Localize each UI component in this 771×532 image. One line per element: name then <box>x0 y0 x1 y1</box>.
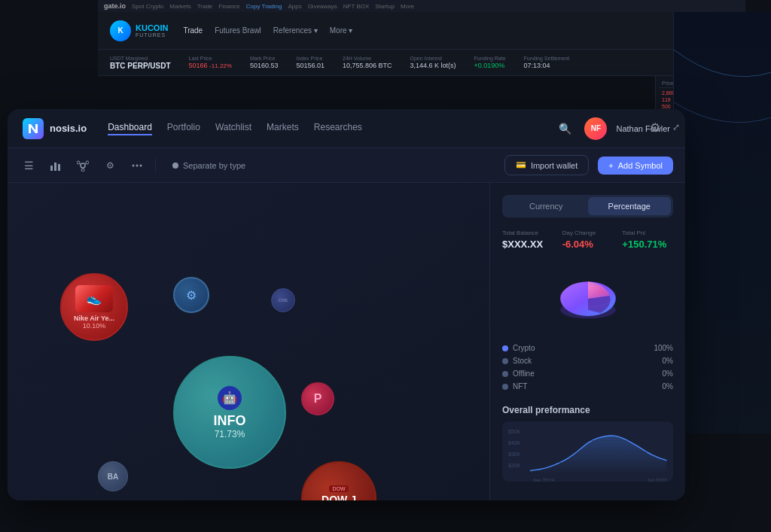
bubble-pfp[interactable]: P <box>301 382 334 415</box>
kucoin-nav-references: References ▾ <box>273 26 318 35</box>
svg-line-17 <box>80 163 81 164</box>
offline-dot <box>502 371 508 377</box>
kucoin-margin-type: USDT Margined BTC PERP/USDT <box>110 56 171 70</box>
menu-icon: ☰ <box>24 160 34 172</box>
nosis-brand: nosis.io <box>23 118 87 139</box>
kucoin-logo-icon: K <box>110 20 131 41</box>
svg-point-20 <box>133 164 135 166</box>
bubble-dow[interactable]: DOW DOW J 21.2% <box>301 461 376 500</box>
search-icon: 🔍 <box>559 123 571 135</box>
svg-rect-11 <box>54 163 56 171</box>
pie-chart-container <box>502 262 673 330</box>
gateio-menu-item: Finance <box>218 3 239 10</box>
stat-total-balance: Total Balance $XXX.XX <box>502 230 553 250</box>
import-wallet-button[interactable]: 💳 Import wallet <box>504 155 589 175</box>
offline-label: Offline <box>513 369 535 378</box>
expand-icon: ⤢ <box>672 122 680 132</box>
offline-value: 0% <box>663 369 673 378</box>
day-change-value: -6.04% <box>562 239 614 250</box>
nike-pct: 10.10% <box>83 322 106 330</box>
nft-label: NFT <box>513 382 527 391</box>
network-icon <box>77 160 89 172</box>
pie-chart-svg <box>543 262 633 330</box>
sep-dot-icon <box>172 163 178 169</box>
right-chart-inner <box>674 12 771 433</box>
stock-label: Stock <box>513 357 532 365</box>
kucoin-funding-rate: Funding Rate +0.0190% <box>474 56 506 69</box>
performance-section: Overall preformance $50K $40K $30K $20K <box>502 405 673 482</box>
perf-y-40k: $40K <box>508 440 527 445</box>
stat-total-pnl: Total Pnl +150.71% <box>622 230 673 250</box>
kucoin-brand-name: KUCOIN <box>136 24 168 32</box>
settings-icon-button[interactable]: ⚙ <box>101 157 119 175</box>
nosis-panel: nosis.io Dashboard Portfolio Watchlist M… <box>8 109 685 500</box>
bar-chart-icon <box>50 160 62 172</box>
user-avatar: NF <box>584 117 607 140</box>
nav-portfolio[interactable]: Portfolio <box>167 122 200 135</box>
kucoin-logo-text-wrap: KUCOIN FUTURES <box>136 24 168 38</box>
add-symbol-button[interactable]: + Add Symbol <box>598 157 673 175</box>
bubble-cre[interactable]: CRE <box>271 288 295 312</box>
total-pnl-value: +150.71% <box>622 239 673 250</box>
crypto-value: 100% <box>654 344 673 352</box>
total-pnl-label: Total Pnl <box>622 230 673 236</box>
nft-dot <box>502 384 508 390</box>
nosis-header: nosis.io Dashboard Portfolio Watchlist M… <box>8 109 685 148</box>
nosis-logo-svg <box>26 122 40 135</box>
nike-label: Nike Air Ye... <box>74 315 114 322</box>
total-balance-value: $XXX.XX <box>502 239 553 250</box>
perf-y-30k: $30K <box>508 451 527 457</box>
gear-icon: ⚙ <box>650 120 660 135</box>
legend-crypto: Crypto 100% <box>502 342 673 354</box>
kucoin-logo: K KUCOIN FUTURES <box>110 20 168 41</box>
settings-icon: ⚙ <box>106 160 114 171</box>
wallet-icon: 💳 <box>516 160 526 170</box>
stock-dot <box>502 358 508 364</box>
search-button[interactable]: 🔍 <box>554 118 575 139</box>
dow-label: DOW J <box>322 494 356 501</box>
gateio-menu-item: Markets <box>169 3 190 10</box>
expand-button[interactable]: ⤢ <box>666 117 687 138</box>
chart-icon-button[interactable] <box>47 157 65 175</box>
info-bubble-icon: 🤖 <box>218 386 242 410</box>
performance-chart: $50K $40K $30K $20K <box>502 421 673 482</box>
kucoin-funding-settlement: Funding Settlement 07:13:04 <box>524 56 570 69</box>
nav-markets[interactable]: Markets <box>267 122 299 135</box>
performance-title: Overall preformance <box>502 405 673 415</box>
bubble-info[interactable]: 🤖 INFO 71.73% <box>173 356 286 469</box>
perf-y-axis: $50K $40K $30K $20K <box>508 427 527 476</box>
nav-dashboard[interactable]: Dashboard <box>108 122 152 135</box>
kucoin-nav-futures: Futures Brawl <box>215 26 261 35</box>
kucoin-last-price: Last Price 50166 -11.22% <box>189 56 232 69</box>
nosis-brand-name: nosis.io <box>50 123 87 134</box>
legend-nft: NFT 0% <box>502 380 673 393</box>
nav-watchlist[interactable]: Watchlist <box>215 122 251 135</box>
svg-point-22 <box>140 164 142 166</box>
network-icon-button[interactable] <box>74 157 92 175</box>
dots-icon-button[interactable] <box>128 157 146 175</box>
stat-day-change: Day Change -6.04% <box>562 230 614 250</box>
toggle-group: Currency Percentage <box>502 195 673 217</box>
gateio-menu-item: Giveaways <box>308 3 337 10</box>
bubble-nike[interactable]: 👟 Nike Air Ye... 10.10% <box>60 273 128 341</box>
pfp-label: P <box>314 392 322 406</box>
nav-researches[interactable]: Researches <box>314 122 362 135</box>
dots-icon <box>131 160 143 172</box>
menu-icon-button[interactable]: ☰ <box>20 157 38 175</box>
legend-offline: Offline 0% <box>502 367 673 380</box>
right-chart-bg <box>673 12 771 433</box>
toggle-currency-button[interactable]: Currency <box>504 197 588 215</box>
gateio-menu-item: More <box>401 3 414 10</box>
toggle-percentage-button[interactable]: Percentage <box>588 197 672 215</box>
kucoin-open-interest: Open Interest 3,144.6 K lot(s) <box>410 56 456 69</box>
nosis-main-content: 👟 Nike Air Ye... 10.10% ⚙ CRE 🤖 INFO 71.… <box>8 183 685 500</box>
settings-gear-button[interactable]: ⚙ <box>645 117 666 138</box>
gateio-menu-item: Copy Trading <box>246 3 282 10</box>
svg-point-13 <box>81 163 85 168</box>
nike-image: 👟 <box>75 285 113 312</box>
add-symbol-label: Add Symbol <box>618 161 663 170</box>
nosis-toolbar: ☰ ⚙ <box>8 148 685 183</box>
bubble-ba[interactable]: BA <box>98 461 128 491</box>
crypto-dot <box>502 345 508 351</box>
bubble-settings[interactable]: ⚙ <box>173 277 209 313</box>
